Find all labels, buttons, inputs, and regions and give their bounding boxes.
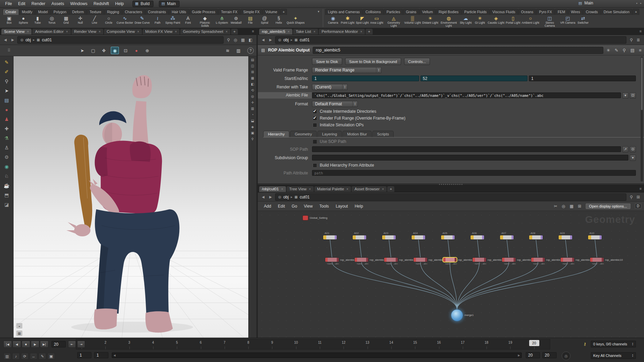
view-strip-icon[interactable]: ▤ — [251, 58, 254, 62]
shelf-tool-caustic-light[interactable]: ◈Caustic Light — [487, 15, 505, 25]
move-tool-icon[interactable]: ✥ — [100, 47, 108, 54]
gear-icon[interactable]: ⚙ — [3, 154, 11, 161]
close-icon[interactable]: × — [175, 30, 177, 34]
node-name-field[interactable]: rop_alembic5 — [313, 47, 603, 54]
spinner-icon[interactable] — [632, 342, 633, 346]
shelf-tool-draw-curve[interactable]: ✎Draw Curve — [134, 15, 150, 25]
rig-icon[interactable]: ♘ — [3, 173, 11, 179]
play-button[interactable]: ▶ — [31, 341, 39, 348]
menu-redshift[interactable]: Redshift — [90, 1, 112, 7]
net-tab-material-palette[interactable]: Material Palette× — [314, 186, 351, 192]
net-menu-go[interactable]: Go — [288, 203, 300, 210]
close-icon[interactable]: × — [137, 30, 139, 34]
audio-icon[interactable]: ♪ — [12, 353, 20, 360]
pane-tab-motion-fx-view[interactable]: Motion FX View× — [143, 29, 180, 35]
desktop-selector[interactable]: ▦ Build — [132, 1, 153, 7]
node-a05[interactable] — [441, 235, 455, 239]
close-icon[interactable]: × — [309, 187, 311, 191]
op-jump-icon[interactable]: ↗ — [622, 146, 628, 152]
list-icon[interactable]: ≣ — [637, 38, 640, 42]
pane-tab-animation-editor[interactable]: Animation Editor× — [32, 29, 70, 35]
shelf-tab-deform[interactable]: Deform — [69, 9, 86, 15]
net-tab-add[interactable]: + — [387, 186, 394, 192]
annotate-icon[interactable]: ✎ — [3, 59, 11, 66]
marker-icon[interactable]: ✐ — [3, 68, 11, 75]
go-to-start-button[interactable]: |◀ — [3, 341, 12, 348]
shelf-tab-hair-utils[interactable]: Hair Utils — [169, 9, 189, 15]
param-checkbox-use-sop-path[interactable]: Use SOP Path — [313, 139, 644, 144]
breadcrumb-root[interactable]: obj — [25, 38, 31, 42]
close-icon[interactable]: × — [347, 187, 349, 191]
go-to-end-button[interactable]: ▶| — [40, 341, 48, 348]
shelf-tool-spray-paint[interactable]: ⁂Spray Paint — [165, 15, 181, 25]
close-icon[interactable]: × — [27, 30, 29, 34]
render-with-take-dropdown[interactable]: (Current) — [312, 84, 348, 90]
shelf-tab-rigid-bodies[interactable]: Rigid Bodies — [436, 9, 461, 15]
node-merge1[interactable] — [451, 310, 463, 321]
viewport-corner-icon[interactable]: ▦ — [16, 331, 22, 336]
select-arrow-icon[interactable]: ➤ — [3, 87, 11, 94]
forward-icon[interactable]: ▶ — [10, 38, 16, 42]
save-to-disk-button[interactable]: Save to Disk — [312, 58, 342, 65]
increment-field[interactable]: 1 — [529, 76, 636, 81]
layout-icon[interactable]: ◧ — [249, 38, 252, 42]
shelf-tab-grains[interactable]: Grains — [403, 9, 419, 15]
view-strip-icon[interactable]: ▣ — [251, 131, 254, 135]
shelf-tab-polygon[interactable]: Polygon — [51, 9, 69, 15]
view-strip-icon[interactable]: ✛ — [251, 101, 254, 104]
shelf-tool-null[interactable]: ✛Null — [73, 15, 87, 25]
shelf-tool-distant-light[interactable]: ☀Distant Light — [421, 15, 439, 25]
subdivision-group-field[interactable] — [312, 155, 628, 161]
view-tool-icon[interactable]: ◉ — [111, 47, 119, 54]
net-tab-obj-cut01[interactable]: /obj/cut01× — [259, 186, 286, 192]
pane-tab-add[interactable]: + — [231, 29, 238, 35]
node-rop-alembic10[interactable] — [590, 258, 604, 262]
node-global-setting[interactable] — [303, 216, 308, 220]
param-title-icon[interactable]: ≡ — [639, 48, 642, 53]
shelf-tool-point-light[interactable]: ✱Point Light — [340, 15, 355, 25]
view-strip-icon[interactable]: ◔ — [251, 113, 253, 116]
timeline-ruler[interactable]: 1234567891011121314151617181920 — [76, 339, 550, 349]
shelf-tool-portal-light[interactable]: ▯Portal Light — [505, 15, 521, 25]
range-right-handle[interactable]: ▶ — [518, 354, 520, 357]
back-icon[interactable]: ◀ — [261, 38, 266, 42]
menu-file[interactable]: File — [2, 1, 15, 7]
node-rop-alembic6[interactable] — [473, 258, 486, 262]
view-strip-icon[interactable]: ▦ — [251, 76, 254, 80]
shelf-tab-model[interactable]: Model — [35, 9, 50, 15]
loop-icon[interactable]: ⟳ — [21, 353, 28, 360]
checkbox-unchecked-icon[interactable] — [313, 123, 317, 127]
corner-icon[interactable]: ▪ — [640, 1, 641, 5]
shelf-tool-sphere[interactable]: ●Sphere — [16, 15, 30, 25]
view-strip-icon[interactable]: ⬓ — [251, 119, 254, 123]
lock-icon[interactable]: ▤ — [3, 97, 11, 104]
node-a01[interactable] — [323, 235, 337, 239]
next-keyframe-button[interactable]: ⇥ — [77, 341, 85, 348]
toolbar-handle-icon[interactable]: ⠿ — [7, 48, 11, 53]
box-tool-icon[interactable]: ⬒ — [3, 192, 11, 198]
node-rop-alembic5[interactable] — [443, 258, 457, 262]
shelf-tool-helix[interactable]: §Helix — [272, 15, 286, 25]
format-dropdown[interactable]: Default Format — [312, 101, 358, 107]
range-end2-field[interactable]: 20 — [542, 352, 557, 358]
breadcrumb-node[interactable]: cut01 — [300, 38, 310, 42]
param-tab-motion-blur[interactable]: Motion Blur — [342, 131, 372, 137]
node-a09[interactable] — [559, 235, 572, 239]
keys-info-field[interactable]: 0 keys, 0/0 channels — [591, 341, 636, 347]
close-icon[interactable]: × — [288, 30, 290, 34]
param-scrollbar[interactable] — [641, 57, 643, 182]
node-rop-alembic1[interactable] — [325, 258, 339, 262]
shelf-tool-metaball[interactable]: ⊚Metaball — [229, 15, 243, 25]
box-select-icon[interactable]: ▢ — [89, 47, 97, 54]
node-rop-alembic3[interactable] — [384, 258, 398, 262]
close-icon[interactable]: × — [382, 187, 384, 191]
node-a10[interactable] — [588, 235, 602, 239]
net-toolbar-icon[interactable]: ✂ — [554, 204, 557, 209]
forward-icon[interactable]: ▶ — [268, 195, 273, 199]
pin-icon[interactable]: ⚲ — [227, 38, 230, 42]
param-title-icon[interactable]: ▤ — [630, 48, 635, 53]
add-pane-icon[interactable]: ⊞ — [637, 195, 640, 199]
shelf-tool-circle[interactable]: ○Circle — [102, 15, 116, 25]
crosshair-icon[interactable]: ⊕ — [143, 47, 151, 54]
alembic-file-field[interactable]: `chs("../Global_Setting/output_folder")`… — [312, 92, 621, 98]
